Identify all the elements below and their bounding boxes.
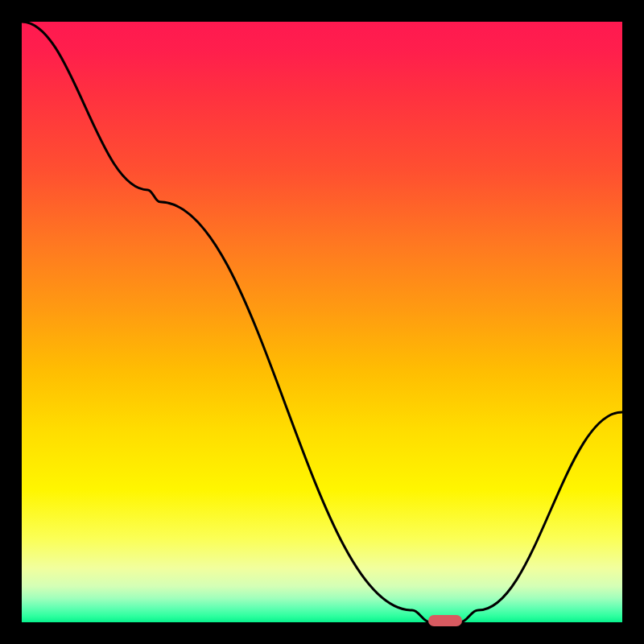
bottleneck-curve <box>22 22 622 622</box>
curve-path <box>22 22 622 622</box>
chart-plot-area <box>22 22 622 622</box>
optimal-marker <box>428 615 462 626</box>
